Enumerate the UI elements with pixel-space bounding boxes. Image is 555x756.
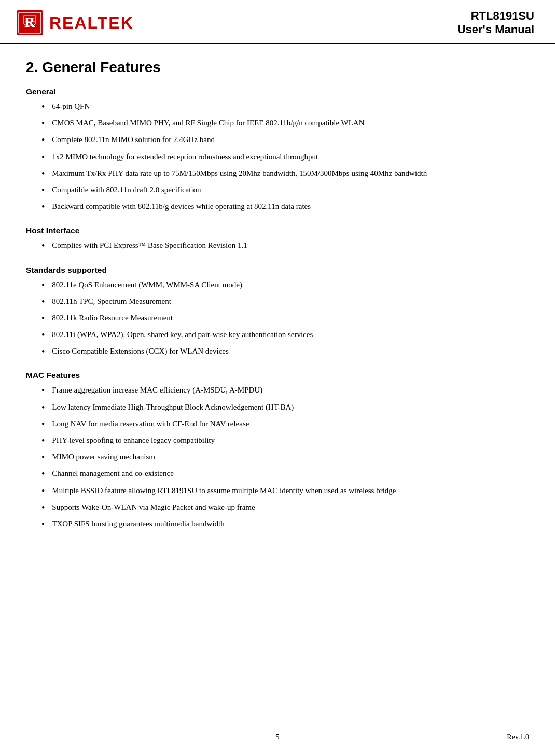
mac-features-bullet-list: Frame aggregation increase MAC efficienc… [41, 384, 529, 531]
list-item: CMOS MAC, Baseband MIMO PHY, and RF Sing… [41, 117, 529, 130]
page-footer: 5 Rev.1.0 [0, 729, 555, 746]
list-item: Cisco Compatible Extensions (CCX) for WL… [41, 345, 529, 358]
list-item: Supports Wake-On-WLAN via Magic Packet a… [41, 501, 529, 514]
page-container: R REALTEK RTL8191SU User's Manual 2. Gen… [0, 0, 555, 756]
list-item: 802.11h TPC, Spectrum Measurement [41, 296, 529, 309]
section-mac-features: MAC Features Frame aggregation increase … [26, 371, 529, 531]
section-host-interface-title: Host Interface [26, 226, 529, 235]
list-item: Long NAV for media reservation with CF-E… [41, 418, 529, 431]
list-item: TXOP SIFS bursting guarantees multimedia… [41, 518, 529, 531]
footer-page-number: 5 [193, 733, 361, 741]
logo-text: REALTEK [49, 13, 134, 33]
standards-bullet-list: 802.11e QoS Enhancement (WMM, WMM-SA Cli… [41, 279, 529, 359]
list-item: Backward compatible with 802.11b/g devic… [41, 201, 529, 214]
header-title-area: RTL8191SU User's Manual [457, 9, 534, 36]
footer-revision: Rev.1.0 [362, 733, 529, 741]
section-general-title: General [26, 87, 529, 96]
list-item: Low latency Immediate High-Throughput Bl… [41, 401, 529, 414]
list-item: 1x2 MIMO technology for extended recepti… [41, 151, 529, 164]
list-item: 802.11e QoS Enhancement (WMM, WMM-SA Cli… [41, 279, 529, 292]
main-content: 2. General Features General 64-pin QFN C… [0, 44, 555, 575]
list-item: 802.11i (WPA, WPA2). Open, shared key, a… [41, 329, 529, 342]
chapter-title: 2. General Features [26, 59, 529, 76]
list-item: Frame aggregation increase MAC efficienc… [41, 384, 529, 397]
logo-area: R REALTEK [16, 9, 134, 36]
users-manual: User's Manual [457, 23, 534, 36]
list-item: PHY-level spoofing to enhance legacy com… [41, 435, 529, 447]
section-standards-title: Standards supported [26, 265, 529, 275]
host-interface-bullet-list: Complies with PCI Express™ Base Specific… [41, 240, 529, 253]
list-item: 64-pin QFN [41, 101, 529, 114]
section-general: General 64-pin QFN CMOS MAC, Baseband MI… [26, 87, 529, 214]
list-item: Complies with PCI Express™ Base Specific… [41, 240, 529, 253]
list-item: MIMO power saving mechanism [41, 451, 529, 464]
list-item: Compatible with 802.11n draft 2.0 specif… [41, 184, 529, 197]
section-standards: Standards supported 802.11e QoS Enhancem… [26, 265, 529, 359]
rtl-model: RTL8191SU [457, 9, 534, 23]
realtek-logo-icon: R [16, 9, 44, 36]
general-bullet-list: 64-pin QFN CMOS MAC, Baseband MIMO PHY, … [41, 101, 529, 214]
list-item: 802.11k Radio Resource Measurement [41, 312, 529, 325]
section-host-interface: Host Interface Complies with PCI Express… [26, 226, 529, 253]
section-mac-features-title: MAC Features [26, 371, 529, 380]
list-item: Complete 802.11n MIMO solution for 2.4GH… [41, 134, 529, 147]
list-item: Maximum Tx/Rx PHY data rate up to 75M/15… [41, 167, 529, 180]
page-header: R REALTEK RTL8191SU User's Manual [0, 0, 555, 44]
list-item: Multiple BSSID feature allowing RTL8191S… [41, 485, 529, 498]
list-item: Channel management and co-existence [41, 468, 529, 481]
